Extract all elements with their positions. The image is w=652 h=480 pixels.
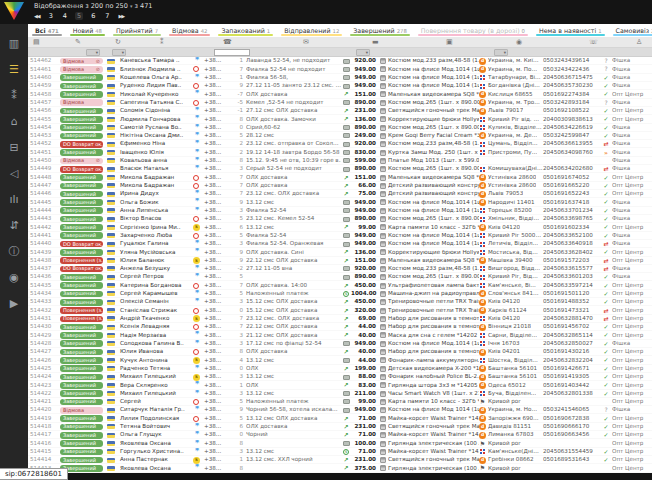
table-row[interactable]: 514418 Завершений Тетяна Войтович * +38…… (28, 423, 652, 431)
table-row[interactable]: 514446 Завершений Ирина Дидух * +38… 7 2… (28, 190, 652, 198)
client-name[interactable]: Яковлева Оксана (118, 466, 193, 472)
client-name[interactable]: Іващенко Юлія (118, 150, 193, 156)
client-name[interactable]: Лилия Подолинская (118, 416, 193, 422)
address-cell[interactable]: Кам'янське(Дні… (479, 448, 543, 455)
tracking-number[interactable]: 20450633615577 (543, 266, 600, 272)
client-phone[interactable]: +38… (204, 324, 226, 330)
address-cell[interactable]: Кривий Ріг від. … (479, 116, 543, 123)
table-row[interactable]: 514426 Завершений Кучук Антонина k +38… … (28, 356, 652, 364)
product-cell[interactable]: Костюм мод.233 разм,48-58 (1… (380, 266, 479, 272)
status-pill[interactable]: Завершений (60, 232, 103, 239)
client-phone[interactable]: +38… (204, 150, 226, 156)
tracking-number[interactable]: 20450632865114 (543, 333, 600, 339)
table-row[interactable]: 514448 Завершений Микола Бадражан +38… 7… (28, 173, 652, 181)
client-name[interactable]: Гуцалюк Галина (118, 241, 193, 247)
table-row[interactable]: 514420 Відмова Ситарчук Наталія Гр.. * +… (28, 406, 652, 414)
client-phone[interactable]: +38… (204, 424, 226, 430)
tracking-number[interactable]: 20450634226619 (543, 125, 600, 131)
tracking-number[interactable]: 0501691572203 (543, 258, 600, 264)
order-comment[interactable]: 13.12 смс. ХХЛ чорний (246, 457, 341, 463)
order-comment[interactable]: Чорний (246, 432, 341, 438)
product-cell[interactable]: Крем Goqi Berry Facial Cream *3… (380, 133, 479, 139)
phone-column-icon[interactable]: ☎ (223, 37, 232, 48)
product-cell[interactable]: Костюм на флисе Мод.1014 (1ш… (380, 341, 479, 347)
order-comment[interactable]: 15.12. 9:45 не отв, 10:39 горе в… (246, 158, 341, 164)
tab-Завершений[interactable]: Завершений278 (346, 24, 414, 37)
status-pill[interactable]: Завершений (60, 199, 103, 206)
tracking-number[interactable]: 20450633628402 (543, 250, 600, 256)
client-phone[interactable]: +38… (204, 75, 226, 81)
address-cell[interactable]: d Машівка 39400 (479, 257, 543, 264)
product-cell[interactable]: Машина-джип на радиоуправл… (380, 291, 479, 297)
order-comment[interactable]: 13.12 смс (246, 391, 341, 397)
product-cell[interactable]: Костюм на флисе Мод.1014 (1ш… (380, 233, 479, 239)
table-row[interactable]: 514421 Завершений Сергей +38… 5 Наложенн… (28, 398, 652, 406)
table-row[interactable]: 514433 Завершений Олексій Семанін * +38…… (28, 298, 652, 306)
client-phone[interactable]: +38… (204, 108, 226, 114)
order-comment[interactable]: ОЛХ доставка (246, 424, 341, 430)
address-cell[interactable] (479, 157, 543, 164)
order-comment[interactable]: ОЛХ доставка. 14:00 (246, 283, 341, 289)
sidebar-item-warehouse-icon[interactable]: ⌂ (0, 108, 28, 134)
tracking-number[interactable]: 20450633640918 (543, 241, 600, 247)
client-phone[interactable]: +38… (204, 250, 226, 256)
tracking-number[interactable]: 20450633597214 (543, 283, 600, 289)
table-row[interactable]: 514423 Завершений Вера Скляренко * +38… … (28, 381, 652, 389)
order-comment[interactable]: ОЛХ доставка (246, 92, 341, 98)
order-comment[interactable]: 23.12 смс. Кемел 52-54 (246, 216, 341, 222)
product-column-icon[interactable]: ▣ (446, 37, 453, 48)
client-name[interactable]: Сергей Карамышев (118, 291, 193, 297)
country-filter-select[interactable]: ▾ (112, 49, 126, 56)
client-phone[interactable]: +38… (204, 58, 226, 64)
tracking-number[interactable]: 0501691419305 (543, 374, 600, 380)
order-comment[interactable]: 13.12 смс (246, 358, 341, 364)
order-comment[interactable]: Фиалка 52-54 (246, 208, 341, 214)
status-pill[interactable]: Завершений (60, 332, 103, 339)
client-name[interactable]: Близнюк Людмила .. (118, 67, 193, 73)
client-name[interactable]: Ирина Дидух (118, 191, 193, 197)
client-phone[interactable]: +38… (204, 117, 226, 123)
client-name[interactable]: Тетяна Войтович (118, 424, 193, 430)
address-cell[interactable]: Мостиська, Від… (479, 249, 543, 256)
address-cell[interactable]: Комишуваха(Дні… (479, 166, 543, 173)
address-cell[interactable]: Богданівка (Дні… (479, 83, 543, 90)
client-phone[interactable]: +38… (204, 466, 226, 472)
order-comment[interactable]: 17.12 смс по фіалці 52-54 (246, 341, 341, 347)
client-phone[interactable]: +38… (204, 449, 226, 455)
order-comment[interactable]: Серый 52-54 не подходит (246, 166, 341, 172)
client-name[interactable]: Михаил Гилецький (118, 391, 193, 397)
status-pill[interactable]: Завершений (60, 74, 103, 81)
order-comment[interactable]: Наложенный платеж (246, 291, 341, 297)
last-page-button[interactable]: ▶▶ (118, 13, 124, 19)
table-row[interactable]: 514445 Завершений Ольга Божик * +38… 9 1… (28, 198, 652, 206)
table-row[interactable]: 514439 Завершений Уляна Мусійовська * +3… (28, 248, 652, 256)
client-phone[interactable]: +38… (204, 133, 226, 139)
sidebar-item-cart-icon[interactable]: ⊟ (0, 134, 28, 160)
client-name[interactable]: Горгулько Христина.. (118, 449, 193, 455)
tracking-number[interactable]: 0503243422436 (543, 67, 600, 73)
client-phone[interactable]: +38… (204, 258, 226, 264)
client-phone[interactable]: +38… (204, 158, 226, 164)
product-cell[interactable]: Маленькая видеокамера SQ8 *… (380, 91, 479, 97)
sidebar-item-customers-icon[interactable]: ⁑ (0, 82, 28, 108)
client-phone[interactable]: +38… (204, 283, 226, 289)
address-cell[interactable]: d Украина, м. Киї… (479, 58, 543, 65)
delivery-filter-select[interactable]: ▾ (494, 49, 508, 56)
address-cell[interactable]: d Устинівка 28600 (479, 182, 543, 189)
client-name[interactable]: Ксенія Левадняя (118, 324, 193, 330)
tracking-number[interactable]: 20450636715475 (543, 75, 600, 81)
order-comment[interactable]: Сірий,60-62 (246, 125, 341, 131)
product-cell[interactable]: Детский развивающий констру… (380, 191, 479, 197)
status-pill[interactable]: DO Возврат ок.. (60, 166, 103, 173)
tracking-number[interactable]: 0501691403442 (543, 383, 600, 389)
status-pill[interactable]: Завершений (60, 432, 103, 439)
status-pill[interactable]: Повернення (з.. (60, 307, 103, 314)
status-pill[interactable]: Завершений (60, 124, 103, 131)
client-phone[interactable]: +38… (204, 241, 226, 247)
address-cell[interactable]: d Одеса 65012 (479, 382, 543, 389)
client-name[interactable]: Олексій Семанін (118, 299, 193, 305)
client-name[interactable]: Николай Кучеренко (118, 92, 193, 98)
table-row[interactable]: 514425 Завершений Радченко Тетяна * +38…… (28, 365, 652, 373)
client-name[interactable]: Михаил Гилецький (118, 374, 193, 380)
client-name[interactable]: Єфименко Ніна (118, 141, 193, 147)
